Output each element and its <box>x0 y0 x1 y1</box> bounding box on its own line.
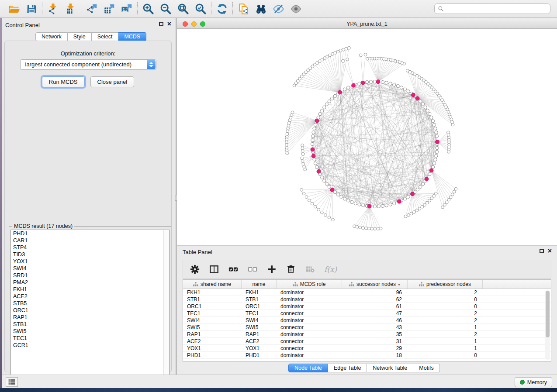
table-cell: SWI4 <box>183 317 242 324</box>
dominator-node[interactable] <box>429 168 433 172</box>
dominator-node[interactable] <box>311 148 315 151</box>
network-graph[interactable] <box>177 29 557 245</box>
dominator-node[interactable] <box>411 192 415 196</box>
zoom-selected-icon[interactable] <box>194 2 207 15</box>
result-scrollbar[interactable] <box>163 230 169 387</box>
close-panel-button[interactable]: Close panel <box>90 76 135 87</box>
search-input[interactable] <box>434 3 550 14</box>
mcds-result-item[interactable]: ACE2 <box>11 293 169 300</box>
mcds-result-item[interactable]: SWI5 <box>11 328 169 335</box>
column-header-predecessor-nodes[interactable]: predecessor nodes <box>408 280 483 289</box>
dominator-node[interactable] <box>367 204 371 208</box>
mcds-result-item[interactable]: PHD1 <box>11 230 169 237</box>
mcds-result-item[interactable]: TID3 <box>11 251 169 258</box>
mcds-result-item[interactable]: STB1 <box>11 321 169 328</box>
dominator-node[interactable] <box>315 119 319 123</box>
column-header-mcds-role[interactable]: MCDS role <box>277 280 342 289</box>
import-table-icon[interactable] <box>64 2 77 15</box>
table-row[interactable]: PHD1PHD1dominator180 <box>183 352 551 359</box>
memory-button[interactable]: Memory <box>515 377 552 387</box>
dominator-node[interactable] <box>412 93 415 97</box>
table-row[interactable]: ORC1ORC1dominator610 <box>183 303 551 310</box>
dominator-node[interactable] <box>338 90 342 94</box>
mcds-result-item[interactable]: GCR1 <box>11 342 169 349</box>
delete-column-trash-icon[interactable] <box>286 264 296 275</box>
table-row[interactable]: SWI4SWI4dominator462 <box>183 317 551 324</box>
function-builder-icon: f(x) <box>324 264 337 275</box>
network-titlebar[interactable]: YPA_prune.txt_1 <box>177 20 557 29</box>
dominator-node[interactable] <box>376 80 380 84</box>
zoom-out-icon[interactable] <box>159 2 172 15</box>
table-row[interactable]: TEC1TEC1connector472 <box>183 310 551 317</box>
mcds-result-item[interactable]: PMA2 <box>11 279 169 286</box>
table-row[interactable]: FKH1FKH1dominator962 <box>183 289 551 296</box>
run-mcds-button[interactable]: Run MCDS <box>42 76 85 87</box>
table-row[interactable]: YOX1YOX1connector291 <box>183 345 551 352</box>
close-table-panel-icon[interactable]: × <box>548 249 552 253</box>
tab-motifs[interactable]: Motifs <box>413 364 439 372</box>
table-row[interactable]: SWI5SWI5connector431 <box>183 324 551 331</box>
mcds-result-item[interactable]: STP4 <box>11 244 169 251</box>
copy-share-icon[interactable] <box>237 2 250 15</box>
show-all-icon[interactable] <box>289 2 302 15</box>
refresh-icon[interactable] <box>215 2 228 15</box>
export-table-icon[interactable] <box>103 2 116 15</box>
zoom-fit-icon[interactable] <box>176 2 190 15</box>
table-row[interactable]: ACE2ACE2connector311 <box>183 338 551 345</box>
mcds-result-item[interactable]: STB5 <box>11 300 169 307</box>
hide-selected-icon[interactable] <box>272 2 285 15</box>
tab-mcds[interactable]: MCDS <box>118 32 146 41</box>
tab-select[interactable]: Select <box>92 32 119 41</box>
save-session-icon[interactable] <box>25 2 38 15</box>
table-options-gear-icon[interactable] <box>190 264 200 275</box>
close-panel-icon[interactable]: × <box>167 22 171 26</box>
split-view-icon[interactable] <box>209 264 219 275</box>
first-neighbors-icon[interactable] <box>254 2 267 15</box>
network-canvas[interactable] <box>177 29 557 245</box>
add-column-plus-icon[interactable] <box>266 264 277 275</box>
open-file-icon[interactable] <box>7 2 21 15</box>
table-scrollbar[interactable] <box>545 290 550 360</box>
mcds-result-item[interactable]: RAP1 <box>11 314 169 321</box>
tab-style[interactable]: Style <box>68 32 92 41</box>
mcds-result-item[interactable]: TEC1 <box>11 335 169 342</box>
table-row[interactable]: STB1STB1dominator620 <box>183 296 551 303</box>
mcds-result-list[interactable]: PHD1CAR1STP4TID3YOX1SWI4SRD1PMA2FKH1ACE2… <box>10 230 170 388</box>
dominator-node[interactable] <box>415 96 419 100</box>
tab-node-table[interactable]: Node Table <box>288 364 328 372</box>
task-history-button[interactable] <box>6 377 18 387</box>
export-network-icon[interactable] <box>85 2 98 15</box>
tab-network-table[interactable]: Network Table <box>367 364 413 372</box>
tab-edge-table[interactable]: Edge Table <box>328 364 367 372</box>
column-header-successor-nodes[interactable]: successor nodes▾ <box>342 280 408 289</box>
dominator-node[interactable] <box>311 154 315 158</box>
dominator-node[interactable] <box>317 169 321 173</box>
float-table-panel-icon[interactable] <box>540 249 544 253</box>
mcds-result-item[interactable]: ORC1 <box>11 307 169 314</box>
export-image-icon[interactable] <box>120 2 133 15</box>
mcds-result-item[interactable]: SWI4 <box>11 265 169 272</box>
table-cell: 29 <box>342 345 408 352</box>
dominator-node[interactable] <box>361 81 365 85</box>
column-header-name[interactable]: name <box>242 280 277 289</box>
tab-network[interactable]: Network <box>35 32 68 41</box>
dominator-node[interactable] <box>436 140 439 144</box>
mcds-result-item[interactable]: FKH1 <box>11 286 169 293</box>
select-all-checkboxes-icon[interactable] <box>228 264 239 275</box>
dominator-node[interactable] <box>397 199 401 203</box>
table-row[interactable]: RAP1RAP1dominator352 <box>183 331 551 338</box>
criterion-select[interactable]: largest connected component (undirected) <box>20 59 156 70</box>
dominator-node[interactable] <box>330 188 334 192</box>
column-header-shared-name[interactable]: shared name <box>183 280 242 289</box>
deselect-all-checkboxes-icon[interactable] <box>247 264 258 275</box>
table-cell: 35 <box>342 331 408 338</box>
mcds-result-item[interactable]: SRD1 <box>11 272 169 279</box>
import-network-icon[interactable] <box>46 2 59 15</box>
dominator-node[interactable] <box>425 177 429 181</box>
dominator-node[interactable] <box>352 83 356 87</box>
table-scrollbar-thumb[interactable] <box>546 291 550 337</box>
zoom-in-icon[interactable] <box>142 2 155 15</box>
mcds-result-item[interactable]: YOX1 <box>11 258 169 265</box>
mcds-result-item[interactable]: CAR1 <box>11 237 169 244</box>
float-panel-icon[interactable] <box>159 22 163 26</box>
